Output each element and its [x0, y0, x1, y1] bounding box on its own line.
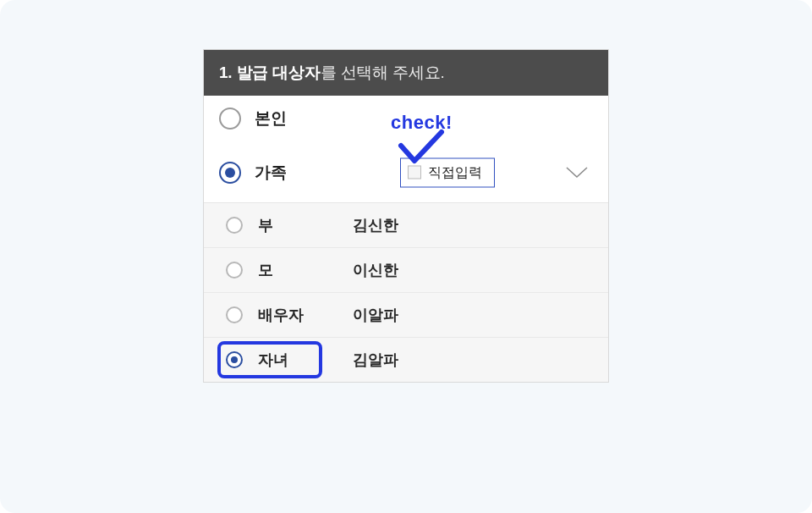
panel-header: 1. 발급 대상자를 선택해 주세요. — [204, 50, 608, 96]
option-self[interactable]: 본인 — [204, 96, 608, 142]
option-family[interactable]: 가족 직접입력 — [204, 142, 608, 203]
relationship-label: 자녀 — [258, 350, 353, 370]
chevron-down-icon[interactable] — [566, 167, 588, 179]
member-name: 김알파 — [353, 350, 398, 370]
radio-icon — [226, 217, 243, 234]
direct-input-label: 직접입력 — [428, 163, 482, 181]
family-row-mother[interactable]: 모 이신한 — [204, 247, 608, 292]
relationship-label: 부 — [258, 215, 353, 235]
member-name: 김신한 — [353, 215, 398, 235]
radio-icon — [219, 108, 241, 130]
family-row-child[interactable]: 자녀 김알파 — [204, 337, 608, 382]
family-row-spouse[interactable]: 배우자 이알파 — [204, 292, 608, 337]
member-name: 이신한 — [353, 260, 398, 280]
header-number: 1. — [219, 63, 232, 81]
direct-input-checkbox[interactable]: 직접입력 — [400, 157, 495, 187]
radio-icon — [219, 162, 241, 184]
relationship-label: 배우자 — [258, 305, 353, 325]
header-bold: 발급 대상자 — [237, 63, 321, 81]
member-name: 이알파 — [353, 305, 398, 325]
family-row-father[interactable]: 부 김신한 — [204, 203, 608, 247]
family-list: 부 김신한 모 이신한 배우자 이알파 자녀 김알파 — [204, 203, 608, 382]
option-self-label: 본인 — [255, 108, 287, 130]
stage: 1. 발급 대상자를 선택해 주세요. 본인 가족 직접입력 — [0, 0, 812, 513]
header-light: 를 선택해 주세요. — [321, 63, 445, 81]
option-family-label: 가족 — [255, 162, 287, 184]
radio-icon — [226, 351, 243, 368]
recipient-panel: 1. 발급 대상자를 선택해 주세요. 본인 가족 직접입력 — [203, 49, 609, 383]
relationship-label: 모 — [258, 260, 353, 280]
radio-icon — [226, 262, 243, 279]
checkbox-icon — [408, 166, 421, 179]
radio-icon — [226, 306, 243, 323]
